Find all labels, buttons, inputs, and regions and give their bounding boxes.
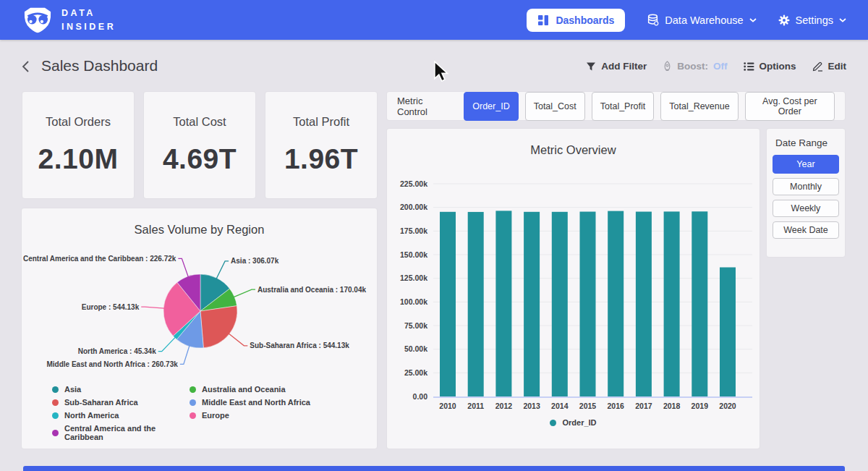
bar-2012[interactable]: [495, 211, 511, 396]
legend-label: Sub-Saharan Africa: [64, 398, 138, 407]
svg-text:2018: 2018: [663, 402, 681, 410]
pie-label-middle-east-and-north-africa: Middle East and North Africa : 260.73k: [46, 360, 178, 368]
legend-item-europe[interactable]: Europe: [190, 411, 310, 420]
legend-item-australia-and-oceania[interactable]: Australia and Oceania: [190, 385, 310, 394]
legend-item-middle-east-and-north-africa[interactable]: Middle East and North Africa: [190, 398, 310, 407]
date-range-panel: Date Range YearMonthlyWeeklyWeek Date: [767, 129, 845, 257]
svg-text:225.00k: 225.00k: [400, 179, 427, 188]
legend-label: Australia and Oceania: [202, 385, 286, 394]
svg-text:2011: 2011: [467, 402, 484, 410]
svg-text:100.00k: 100.00k: [400, 297, 427, 306]
boost-status: Off: [713, 61, 728, 72]
legend-dot: [190, 386, 196, 393]
bar-2014[interactable]: [552, 212, 568, 396]
pie-label-asia: Asia : 306.07k: [231, 257, 279, 265]
svg-text:175.00k: 175.00k: [400, 226, 427, 235]
svg-text:75.00k: 75.00k: [404, 321, 427, 330]
sales-volume-chart-card: Sales Volume by Region Asia : 306.07kAus…: [22, 208, 377, 449]
back-chevron-icon: [21, 60, 31, 73]
metric-overview-chart-card: Metric Overview 0.0025.00k50.00k75.00k10…: [387, 129, 760, 449]
pie-legend: AsiaSub-Saharan AfricaNorth AmericaCentr…: [52, 385, 310, 441]
legend-label: Europe: [202, 411, 229, 420]
bar-2010[interactable]: [440, 212, 456, 396]
legend-label: Central America and the Caribbean: [64, 424, 190, 441]
dashboards-button[interactable]: Dashboards: [527, 9, 625, 32]
legend-label: Order_ID: [562, 418, 596, 427]
legend-label: Asia: [64, 385, 81, 394]
bar-2017[interactable]: [636, 212, 652, 396]
kpi-value: 2.10M: [38, 143, 119, 175]
date-range-option-monthly[interactable]: Monthly: [773, 178, 839, 195]
svg-text:200.00k: 200.00k: [400, 203, 427, 211]
kpi-value: 4.69T: [163, 143, 237, 175]
legend-dot: [52, 430, 59, 436]
bar-chart[interactable]: 0.0025.00k50.00k75.00k100.00k125.00k150.…: [387, 158, 760, 422]
legend-dot: [52, 386, 59, 393]
date-range-option-week-date[interactable]: Week Date: [773, 221, 839, 239]
metric-control-bar: Metric Control Order_IDTotal_CostTotal_P…: [387, 92, 845, 120]
kpi-label: Total Orders: [46, 115, 111, 129]
date-range-option-year[interactable]: Year: [773, 155, 839, 174]
navbar: DATA INSIDER Dashboards Data Warehouse: [0, 0, 868, 40]
metric-option-avg-cost-per-order[interactable]: Avg. Cost per Order: [745, 92, 835, 121]
pie-label-sub-saharan-africa: Sub-Saharan Africa : 544.13k: [250, 341, 349, 349]
svg-text:25.00k: 25.00k: [404, 368, 427, 377]
metric-control-label: Metric Control: [397, 96, 454, 117]
settings-menu[interactable]: Settings: [778, 14, 846, 26]
pie-label-europe: Europe : 544.13k: [82, 303, 140, 311]
svg-text:2019: 2019: [692, 402, 709, 410]
data-warehouse-menu[interactable]: Data Warehouse: [647, 14, 756, 26]
kpi-value: 1.96T: [284, 143, 358, 175]
brand-name: DATA INSIDER: [61, 7, 116, 33]
date-range-option-weekly[interactable]: Weekly: [773, 200, 839, 217]
brand: DATA INSIDER: [22, 7, 116, 34]
svg-text:0.00: 0.00: [413, 392, 428, 401]
options-list-icon: [744, 61, 754, 72]
mouse-cursor: [433, 61, 450, 82]
kpi-card-total-orders: Total Orders 2.10M: [22, 92, 134, 198]
svg-text:50.00k: 50.00k: [404, 344, 427, 353]
bar-2019[interactable]: [692, 211, 707, 396]
metric-option-total-profit[interactable]: Total_Profit: [592, 92, 655, 121]
database-icon: [647, 14, 659, 26]
pencil-icon: [812, 61, 823, 72]
metric-option-total-revenue[interactable]: Total_Revenue: [660, 92, 738, 121]
svg-text:125.00k: 125.00k: [400, 273, 427, 282]
dashboard-grid-icon: [537, 14, 549, 26]
svg-text:2017: 2017: [635, 402, 652, 410]
bar-2011[interactable]: [468, 212, 484, 396]
metric-option-order-id[interactable]: Order_ID: [464, 92, 518, 121]
metric-option-total-cost[interactable]: Total_Cost: [525, 92, 585, 121]
pie-chart[interactable]: Asia : 306.07kAustralia and Oceania : 17…: [22, 234, 377, 379]
svg-text:2010: 2010: [439, 402, 456, 410]
bar-2013[interactable]: [524, 212, 540, 396]
options-button[interactable]: Options: [744, 61, 796, 72]
bottom-widget-edge: [23, 466, 845, 471]
bar-chart-legend: Order_ID: [387, 418, 760, 427]
back-button[interactable]: [19, 59, 33, 75]
legend-item-central-america-and-the-caribbean[interactable]: Central America and the Caribbean: [52, 424, 190, 441]
legend-item-sub-saharan-africa[interactable]: Sub-Saharan Africa: [52, 398, 190, 407]
bar-2016[interactable]: [608, 211, 624, 396]
gear-icon: [778, 14, 790, 26]
svg-text:2015: 2015: [579, 402, 597, 410]
legend-item-asia[interactable]: Asia: [52, 385, 190, 394]
add-filter-button[interactable]: Add Filter: [586, 61, 647, 72]
edit-button[interactable]: Edit: [812, 61, 847, 72]
bar-2015[interactable]: [580, 212, 596, 396]
legend-label: Middle East and North Africa: [202, 398, 310, 407]
kpi-label: Total Profit: [293, 115, 349, 129]
bar-2018[interactable]: [664, 211, 680, 396]
owl-logo-icon: [22, 7, 54, 34]
chart-title: Metric Overview: [387, 143, 760, 157]
page-title: Sales Dashboard: [41, 57, 158, 75]
legend-item-north-america[interactable]: North America: [52, 411, 190, 420]
kpi-card-total-profit: Total Profit 1.96T: [265, 92, 377, 198]
pie-slice-sub-saharan-africa[interactable]: [200, 306, 237, 348]
boost-toggle[interactable]: Boost: Off: [663, 61, 727, 72]
kpi-label: Total Cost: [173, 115, 226, 129]
chevron-down-icon: [749, 18, 757, 22]
legend-dot: [52, 412, 59, 419]
svg-text:2016: 2016: [608, 402, 625, 410]
bar-2020[interactable]: [720, 268, 736, 396]
